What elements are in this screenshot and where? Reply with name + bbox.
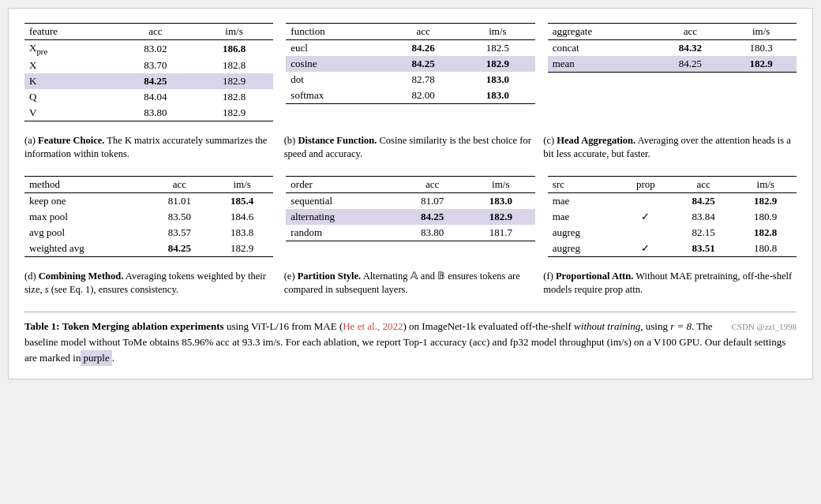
cell: K — [24, 73, 116, 89]
table-row: keep one 81.01 185.4 — [24, 192, 273, 209]
cell: 181.7 — [467, 225, 535, 241]
table-bold-part: Token Merging ablation experiments — [60, 320, 224, 332]
cell: weighted avg — [24, 241, 148, 257]
cell: 84.25 — [116, 73, 195, 89]
cell: max pool — [24, 209, 148, 225]
main-container: feature acc im/s Xpre 83.02 186.8 X 83.7… — [8, 8, 813, 379]
cell: 183.0 — [460, 88, 534, 104]
order-table-section: order acc im/s sequential 81.07 183.0 al… — [279, 176, 541, 257]
table-text3: , using — [640, 320, 670, 332]
table-row-highlight: alternating 84.25 182.9 — [286, 209, 534, 225]
cell: cosine — [286, 56, 386, 72]
cell: 83.02 — [116, 40, 195, 58]
aggregate-col-header: aggregate — [548, 24, 655, 40]
aggregate-ims-header: im/s — [725, 24, 797, 40]
link-text[interactable]: He et al., 2022 — [343, 320, 403, 332]
cell: softmax — [286, 88, 386, 104]
method-col-header: method — [24, 176, 148, 192]
cell: 183.8 — [211, 225, 273, 241]
method-acc-header: acc — [148, 176, 211, 192]
cell: 82.15 — [673, 225, 734, 241]
cell: 182.9 — [195, 73, 274, 89]
top-caption-row: (a) Feature Choice. The K matrix accurat… — [24, 129, 797, 165]
cell: 84.25 — [386, 56, 460, 72]
method-ims-header: im/s — [211, 176, 273, 192]
purple-word: purple — [81, 350, 111, 366]
caption-letter: (c) — [543, 135, 557, 146]
method-table-section: method acc im/s keep one 81.01 185.4 max… — [24, 176, 279, 257]
table-row: dot 82.78 183.0 — [286, 72, 534, 88]
cell: 184.6 — [211, 209, 273, 225]
cell: 83.57 — [148, 225, 211, 241]
table-label: Table 1: — [24, 320, 60, 332]
feature-table: feature acc im/s Xpre 83.02 186.8 X 83.7… — [24, 23, 273, 121]
cell: dot — [286, 72, 386, 88]
bottom-caption-row: (d) Combining Method. Averaging tokens w… — [24, 265, 797, 301]
cell: 83.80 — [116, 105, 195, 121]
cell: 180.3 — [725, 40, 797, 57]
table-row: sequential 81.07 183.0 — [286, 192, 534, 209]
table-row: V 83.80 182.9 — [24, 105, 273, 121]
cell — [619, 192, 673, 209]
table-row: mae 84.25 182.9 — [548, 192, 797, 209]
cell: 182.9 — [734, 192, 797, 209]
src-prop-header: prop — [619, 176, 673, 192]
caption-letter: (f) — [543, 271, 556, 282]
cell: augreg — [548, 241, 619, 257]
method-table: method acc im/s keep one 81.01 185.4 max… — [24, 176, 273, 257]
table-row-highlight: K 84.25 182.9 — [24, 73, 273, 89]
table-row: eucl 84.26 182.5 — [286, 40, 534, 57]
cell: ✓ — [619, 241, 673, 257]
caption-aggregate: (c) Head Aggregation. Averaging over the… — [543, 129, 797, 165]
caption-letter: (e) — [284, 271, 298, 282]
table-row: softmax 82.00 183.0 — [286, 88, 534, 104]
table-row-highlight: mean 84.25 182.9 — [548, 56, 797, 73]
cell: 182.9 — [195, 105, 274, 121]
cell: 83.51 — [673, 241, 734, 257]
src-col-header: src — [548, 176, 619, 192]
table-text5: . — [112, 352, 114, 364]
cell: 82.00 — [386, 88, 460, 104]
cell: 182.9 — [725, 56, 797, 73]
table-text2: ) on ImageNet-1k evaluated off-the-shelf — [403, 320, 574, 332]
cell: avg pool — [24, 225, 148, 241]
feature-ims-header: im/s — [195, 24, 274, 40]
caption-feature: (a) Feature Choice. The K matrix accurat… — [24, 129, 284, 165]
cell: 182.8 — [734, 225, 797, 241]
cell: 83.70 — [116, 58, 195, 73]
table-text1: using ViT-L/16 from MAE ( — [224, 320, 343, 332]
caption-method: (d) Combining Method. Averaging tokens w… — [24, 265, 284, 301]
caption-src: (f) Proportional Attn. Without MAE pretr… — [543, 265, 797, 301]
caption-letter: (d) — [24, 271, 39, 282]
aggregate-table-section: aggregate acc im/s concat 84.32 180.3 me… — [542, 23, 797, 121]
cell: alternating — [286, 209, 398, 225]
table-row: Xpre 83.02 186.8 — [24, 40, 273, 58]
order-ims-header: im/s — [467, 176, 535, 192]
table-row: mae ✓ 83.84 180.9 — [548, 209, 797, 225]
cell: 180.9 — [734, 209, 797, 225]
caption-order: (e) Partition Style. Alternating 𝔸 and 𝔹… — [284, 265, 544, 301]
order-acc-header: acc — [398, 176, 467, 192]
aggregate-acc-header: acc — [655, 24, 726, 40]
src-table-section: src prop acc im/s mae 84.25 182.9 mae — [542, 176, 797, 257]
table-row: concat 84.32 180.3 — [548, 40, 797, 57]
caption-letter: (b) — [284, 135, 298, 146]
cell: 84.26 — [386, 40, 460, 57]
cell: 185.4 — [211, 192, 273, 209]
table-italic: without training — [574, 320, 640, 332]
function-table: function acc im/s eucl 84.26 182.5 cosin… — [286, 23, 534, 104]
caption-title: Proportional Attn. — [556, 271, 633, 282]
order-col-header: order — [286, 176, 398, 192]
cell: 182.9 — [467, 209, 535, 225]
cell: 180.8 — [734, 241, 797, 257]
table-row: avg pool 83.57 183.8 — [24, 225, 273, 241]
order-table: order acc im/s sequential 81.07 183.0 al… — [286, 176, 534, 241]
cell: 182.5 — [460, 40, 534, 57]
cell: eucl — [286, 40, 386, 57]
table-row: random 83.80 181.7 — [286, 225, 534, 241]
feature-col-header: feature — [24, 24, 116, 40]
cell: 83.84 — [673, 209, 734, 225]
cell: 84.25 — [655, 56, 726, 73]
table-note: CSDN @zzl_1998 Table 1: Token Merging ab… — [24, 312, 797, 366]
src-table: src prop acc im/s mae 84.25 182.9 mae — [548, 176, 797, 257]
